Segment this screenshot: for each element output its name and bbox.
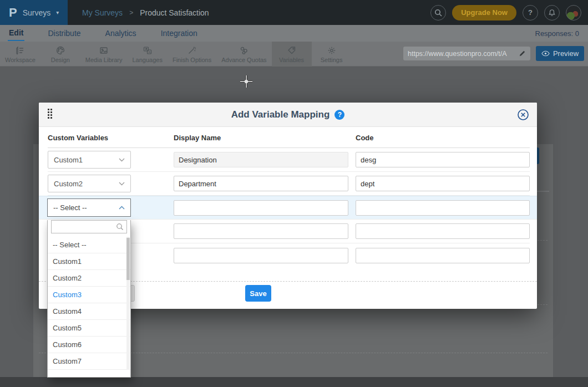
user-avatar[interactable] bbox=[566, 5, 581, 21]
breadcrumb-my-surveys[interactable]: My Surveys bbox=[82, 8, 123, 17]
scrollbar-thumb[interactable] bbox=[126, 238, 130, 280]
option-custom5[interactable]: Custom5 bbox=[48, 320, 130, 337]
page-lower-area bbox=[0, 377, 588, 387]
eye-icon bbox=[541, 50, 550, 57]
selected-value: Custom1 bbox=[54, 156, 83, 164]
toolbar-item-variables[interactable]: Variables bbox=[272, 42, 312, 67]
variable-select-3[interactable]: -- Select -- bbox=[47, 198, 131, 217]
toolbar-item-design[interactable]: Design bbox=[40, 42, 80, 67]
tab-distribute[interactable]: Distribute bbox=[47, 27, 82, 40]
palette-icon bbox=[55, 45, 65, 55]
col-display-name: Display Name bbox=[174, 134, 221, 142]
save-button[interactable]: Save bbox=[245, 285, 271, 302]
chevron-down-icon bbox=[119, 182, 125, 186]
option-custom6[interactable]: Custom6 bbox=[48, 337, 130, 353]
toolbar-label: Languages bbox=[132, 57, 162, 63]
questionpro-logo: P bbox=[9, 6, 17, 20]
option-custom2[interactable]: Custom2 bbox=[48, 270, 130, 287]
magic-wand-icon bbox=[187, 45, 197, 55]
display-name-input-4[interactable] bbox=[174, 223, 348, 239]
translate-icon: A bbox=[143, 45, 153, 55]
code-input-1[interactable] bbox=[356, 152, 530, 167]
toolbar-item-settings[interactable]: Settings bbox=[312, 42, 352, 67]
option-select[interactable]: -- Select -- bbox=[48, 237, 130, 253]
toolbar-label: Workspace bbox=[5, 57, 36, 63]
chain-links-icon bbox=[239, 45, 249, 55]
dropdown-options: -- Select -- Custom1 Custom2 Custom3 Cus… bbox=[48, 237, 130, 370]
select-dropdown-panel: -- Select -- Custom1 Custom2 Custom3 Cus… bbox=[47, 220, 131, 378]
code-input-3[interactable] bbox=[356, 200, 530, 216]
mapping-row-1: Custom1 bbox=[48, 148, 530, 172]
help-button[interactable]: ? bbox=[523, 5, 538, 21]
dropdown-search-box[interactable] bbox=[51, 220, 127, 233]
option-custom7[interactable]: Custom7 bbox=[48, 353, 130, 370]
toolbar-label: Finish Options bbox=[173, 57, 211, 63]
mapping-row-2: Custom2 bbox=[48, 172, 530, 196]
code-input-4[interactable] bbox=[356, 223, 530, 239]
questionpro-app: P Surveys ▾ My Surveys > Product Satisfa… bbox=[0, 0, 588, 387]
display-name-input-5[interactable] bbox=[174, 248, 348, 263]
variable-select-1[interactable]: Custom1 bbox=[48, 151, 131, 169]
toolbar-item-workspace[interactable]: Workspace bbox=[0, 42, 40, 67]
option-custom4[interactable]: Custom4 bbox=[48, 303, 130, 320]
search-icon bbox=[434, 9, 442, 17]
top-bar-actions: Upgrade Now ? bbox=[430, 0, 581, 25]
svg-text:A: A bbox=[148, 50, 150, 53]
toolbar-item-advance-quotas[interactable]: Advance Quotas bbox=[216, 42, 271, 67]
survey-url-text: https://www.questionpro.com/t/A bbox=[408, 50, 516, 58]
display-name-input-2[interactable] bbox=[174, 176, 348, 191]
toolbar-item-finish-options[interactable]: Finish Options bbox=[168, 42, 216, 67]
tag-icon bbox=[287, 45, 297, 55]
toolbar-label: Design bbox=[51, 57, 70, 63]
upgrade-now-button[interactable]: Upgrade Now bbox=[452, 5, 516, 21]
option-custom3[interactable]: Custom3 bbox=[48, 287, 130, 303]
chevron-down-icon: ▾ bbox=[56, 9, 59, 16]
product-label: Surveys bbox=[23, 8, 51, 17]
gear-icon bbox=[327, 45, 337, 55]
search-button[interactable] bbox=[430, 5, 446, 21]
notifications-button[interactable] bbox=[544, 5, 560, 21]
dropdown-search-input[interactable] bbox=[54, 223, 116, 231]
dimmed-table-line bbox=[537, 191, 549, 192]
modal-title: Add Variable Mapping bbox=[231, 109, 330, 120]
display-name-input-3[interactable] bbox=[174, 200, 348, 216]
tab-integration[interactable]: Integration bbox=[160, 27, 199, 40]
col-custom-variables: Custom Variables bbox=[48, 134, 108, 142]
modal-header: Add Variable Mapping ? bbox=[39, 103, 537, 127]
add-variable-mapping-modal: Add Variable Mapping ? Custom Variables … bbox=[39, 103, 537, 309]
column-headers: Custom Variables Display Name Code bbox=[48, 127, 530, 148]
breadcrumb: My Surveys > Product Satisfaction bbox=[82, 0, 209, 25]
toolbar-item-media-library[interactable]: Media Library bbox=[80, 42, 128, 67]
selected-value: -- Select -- bbox=[53, 203, 87, 212]
tab-analytics[interactable]: Analytics bbox=[104, 27, 138, 40]
chevron-up-icon bbox=[119, 206, 125, 210]
preview-button[interactable]: Preview bbox=[536, 46, 584, 61]
toolbar-label: Variables bbox=[279, 57, 304, 63]
code-input-5[interactable] bbox=[356, 248, 530, 263]
selected-value: Custom2 bbox=[54, 180, 83, 188]
display-name-input-1[interactable] bbox=[174, 152, 348, 167]
toolbar-label: Advance Quotas bbox=[221, 57, 266, 63]
responses-count: Responses: 0 bbox=[535, 25, 580, 42]
col-code: Code bbox=[356, 134, 374, 142]
pencil-icon[interactable] bbox=[519, 50, 526, 57]
variable-select-3-open: -- Select -- -- Select -- Custom1 Custom… bbox=[47, 198, 131, 378]
toolbar-label: Media Library bbox=[85, 57, 123, 63]
toolbar-item-languages[interactable]: A Languages bbox=[127, 42, 167, 67]
tab-edit[interactable]: Edit bbox=[8, 26, 24, 41]
close-icon[interactable] bbox=[517, 109, 529, 121]
preview-label: Preview bbox=[553, 49, 579, 58]
bell-icon bbox=[548, 9, 556, 17]
drag-handle-icon[interactable] bbox=[48, 109, 52, 119]
workspace-icon bbox=[15, 45, 25, 55]
product-switcher[interactable]: P Surveys ▾ bbox=[0, 0, 68, 25]
modal-help-icon[interactable]: ? bbox=[334, 110, 344, 120]
survey-nav: Edit Distribute Analytics Integration Re… bbox=[0, 25, 588, 42]
chevron-down-icon bbox=[119, 158, 125, 162]
option-custom1[interactable]: Custom1 bbox=[48, 253, 130, 270]
dropdown-scrollbar[interactable] bbox=[126, 237, 130, 370]
survey-url-field[interactable]: https://www.questionpro.com/t/A bbox=[403, 47, 530, 60]
image-icon bbox=[99, 45, 109, 55]
code-input-2[interactable] bbox=[356, 176, 530, 191]
variable-select-2[interactable]: Custom2 bbox=[48, 175, 131, 192]
